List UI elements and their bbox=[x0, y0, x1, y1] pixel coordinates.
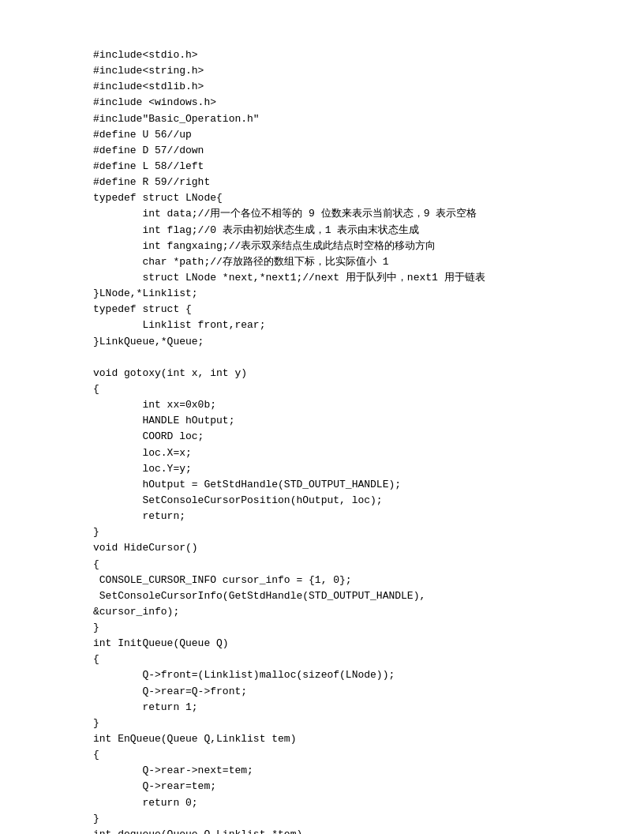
code-content: #include<stdio.h> #include<string.h> #in… bbox=[93, 47, 612, 834]
